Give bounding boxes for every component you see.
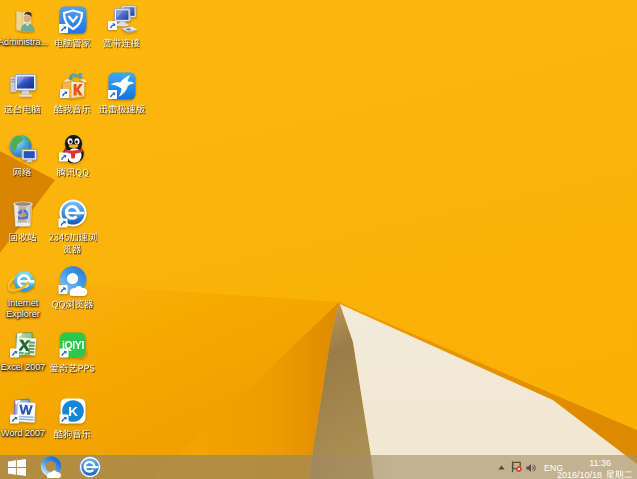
- svg-text:K: K: [68, 404, 78, 419]
